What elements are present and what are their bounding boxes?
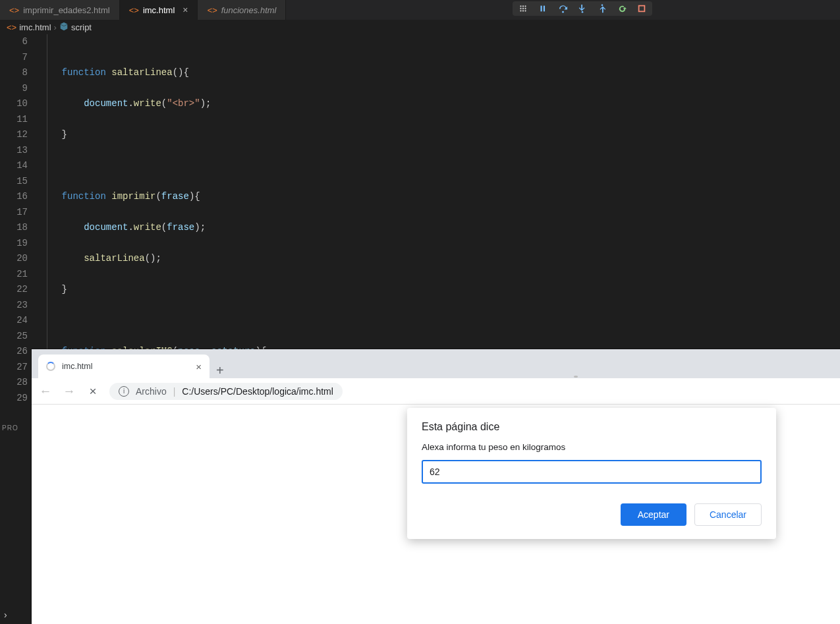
- svg-rect-10: [544, 6, 545, 12]
- svg-point-5: [524, 8, 526, 9]
- editor-tab-bar: <> imprimir_edades2.html <> imc.html × <…: [0, 0, 840, 20]
- html-file-icon: <>: [207, 5, 217, 15]
- svg-point-0: [520, 5, 521, 7]
- drag-handle-icon[interactable]: [518, 3, 528, 14]
- debug-toolbar: [513, 1, 652, 16]
- dialog-input[interactable]: [422, 460, 762, 484]
- svg-point-12: [582, 11, 584, 13]
- separator: |: [173, 386, 176, 397]
- pause-icon[interactable]: [538, 3, 548, 14]
- browser-window: imc.html × + ← → × i Archivo | C:/Users/…: [32, 349, 840, 624]
- editor-tab-imprimir-edades2[interactable]: <> imprimir_edades2.html: [0, 0, 120, 20]
- restart-icon[interactable]: [617, 3, 627, 14]
- svg-point-1: [522, 5, 524, 7]
- svg-point-4: [522, 8, 524, 9]
- svg-rect-9: [541, 6, 542, 12]
- browser-toolbar: ← → × i Archivo | C:/Users/PC/Desktop/lo…: [32, 378, 840, 405]
- svg-point-6: [520, 10, 521, 11]
- js-prompt-dialog: Esta página dice Alexa informa tu peso e…: [407, 408, 776, 539]
- breadcrumb: <> imc.html › script: [0, 20, 840, 34]
- svg-point-11: [562, 11, 564, 13]
- browser-tab-imc[interactable]: imc.html ×: [38, 355, 210, 378]
- address-path: C:/Users/PC/Desktop/logica/imc.html: [182, 386, 333, 397]
- forward-button[interactable]: →: [62, 384, 76, 399]
- close-icon[interactable]: ×: [182, 5, 188, 15]
- stop-icon[interactable]: [636, 3, 647, 14]
- close-icon[interactable]: ×: [196, 361, 202, 372]
- editor-tab-label: imprimir_edades2.html: [23, 5, 110, 15]
- stop-reload-button[interactable]: ×: [86, 384, 100, 399]
- breadcrumb-file[interactable]: imc.html: [19, 22, 51, 32]
- browser-tab-bar: imc.html × +: [32, 349, 840, 378]
- html-file-icon: <>: [9, 5, 19, 15]
- new-tab-button[interactable]: +: [210, 363, 231, 378]
- site-info-icon[interactable]: i: [119, 386, 129, 397]
- terminal-chevron-icon[interactable]: ›: [4, 610, 7, 620]
- breadcrumb-symbol[interactable]: script: [71, 22, 92, 32]
- dialog-actions: Aceptar Cancelar: [422, 503, 762, 526]
- chevron-right-icon: ›: [54, 22, 57, 32]
- cancel-button[interactable]: Cancelar: [694, 503, 762, 526]
- svg-point-2: [524, 5, 526, 7]
- browser-viewport: Esta página dice Alexa informa tu peso e…: [32, 405, 840, 624]
- step-out-icon[interactable]: [597, 3, 607, 14]
- loading-spinner-icon: [46, 362, 55, 371]
- svg-point-3: [520, 8, 521, 9]
- editor-tab-label: funciones.html: [221, 5, 277, 15]
- svg-point-8: [524, 10, 526, 11]
- address-bar[interactable]: i Archivo | C:/Users/PC/Desktop/logica/i…: [109, 383, 343, 400]
- html-file-icon: <>: [7, 22, 16, 32]
- accept-button[interactable]: Aceptar: [621, 503, 686, 526]
- browser-tab-title: imc.html: [62, 362, 93, 371]
- editor-tab-imc[interactable]: <> imc.html ×: [120, 0, 198, 20]
- step-over-icon[interactable]: [557, 3, 568, 14]
- dialog-message: Alexa informa tu peso en kilogramos: [422, 442, 762, 452]
- address-scheme: Archivo: [136, 386, 167, 397]
- editor-tab-label: imc.html: [143, 5, 175, 15]
- back-button[interactable]: ←: [38, 384, 53, 399]
- panel-label: PRO: [2, 424, 18, 432]
- svg-point-13: [602, 4, 603, 6]
- svg-rect-14: [639, 6, 645, 12]
- editor-tab-funciones[interactable]: <> funciones.html: [198, 0, 286, 20]
- html-file-icon: <>: [129, 5, 139, 15]
- step-into-icon[interactable]: [577, 3, 588, 14]
- svg-point-7: [522, 10, 524, 11]
- symbol-icon: [59, 22, 69, 33]
- dialog-title: Esta página dice: [422, 421, 762, 433]
